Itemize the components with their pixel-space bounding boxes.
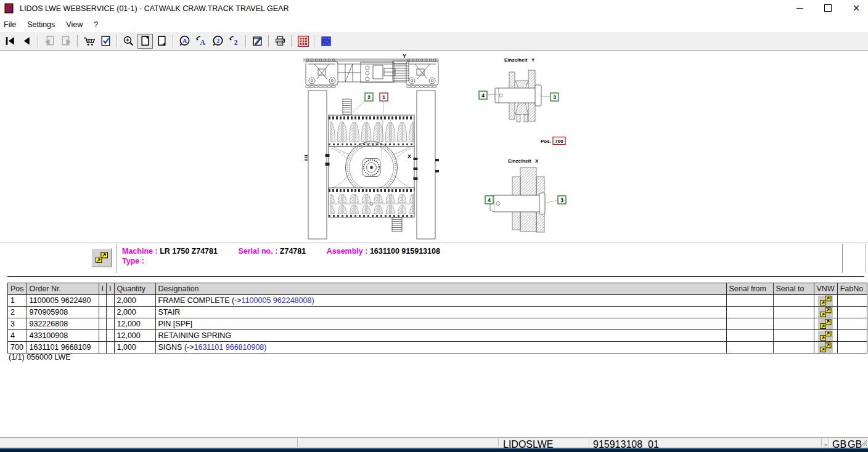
svg-text:4: 4 <box>488 197 491 203</box>
previous-button[interactable] <box>19 34 35 49</box>
callout-4[interactable]: 4 <box>479 91 487 99</box>
vnw-row-button[interactable] <box>818 319 833 329</box>
col-quantity[interactable]: Quantity <box>114 283 155 295</box>
zoom-icon <box>122 34 135 47</box>
doc-previous-button[interactable] <box>42 34 57 49</box>
vnw-icon <box>819 331 832 341</box>
toolbar-separator <box>77 35 78 47</box>
page-view-1-button[interactable] <box>137 34 153 49</box>
close-button[interactable]: × <box>847 0 866 16</box>
window-title: LIDOS LWE WEBSERVICE (01-1) - CATWALK CR… <box>20 4 289 13</box>
col-vnw[interactable]: VNW <box>814 283 837 295</box>
machine-info-panel: Machine : LR 1750 Z74781 Serial no. : Z7… <box>122 247 837 266</box>
col-serial-to[interactable]: Serial to <box>773 283 814 295</box>
cell-vnw <box>814 330 837 342</box>
table-row[interactable]: 2 970905908 2,000 STAIR <box>8 307 867 318</box>
cell-fabno <box>837 295 867 307</box>
menu-bar: File Settings View ? <box>0 17 868 32</box>
table-row[interactable]: 4 433100908 12,000 RETAINING SPRING <box>8 330 867 342</box>
callout-3[interactable]: 3 <box>551 93 559 101</box>
toolbar-separator <box>173 35 174 47</box>
cell-order-nr: 1100005 9622480 <box>27 295 99 307</box>
menu-help[interactable]: ? <box>88 18 104 31</box>
content-area: Y <box>0 51 868 437</box>
col-fabno[interactable]: FabNo <box>837 283 867 295</box>
pos-700-badge[interactable]: 700 <box>553 137 565 145</box>
col-designation[interactable]: Designation <box>155 283 726 295</box>
stair-part <box>343 99 351 116</box>
pos-label: Pos. <box>541 139 551 144</box>
statusbar-separator <box>498 438 499 447</box>
cell-vnw <box>814 318 837 330</box>
resize-grip[interactable] <box>861 440 867 446</box>
zoom-button[interactable] <box>121 34 136 49</box>
machine-info-line2: Type : <box>122 257 837 267</box>
order-check-button[interactable] <box>98 34 113 49</box>
plan-view <box>305 91 439 239</box>
selection-icon <box>319 34 333 48</box>
page-view-1-icon <box>139 34 152 47</box>
minimize-icon <box>796 8 803 9</box>
svg-text:A: A <box>200 39 205 46</box>
marker-y: Y <box>403 53 406 59</box>
col-serial-from[interactable]: Serial from <box>726 283 773 295</box>
vnw-row-button[interactable] <box>818 331 833 341</box>
cell-serial-to <box>773 307 814 318</box>
cell-quantity: 2,000 <box>114 307 155 318</box>
first-button[interactable] <box>2 34 18 49</box>
page-view-2-button[interactable] <box>154 34 170 49</box>
svg-text:2: 2 <box>216 38 219 44</box>
parts-grid-button[interactable] <box>295 34 311 49</box>
edit-note-icon <box>251 34 264 47</box>
type-label: Type : <box>122 257 144 265</box>
table-row[interactable]: 1 1100005 9622480 2,000 FRAME COMPLETE (… <box>8 295 867 307</box>
designation-link[interactable]: 1631101 966810908 <box>194 343 264 352</box>
find-number-2-button[interactable]: 2 <box>210 34 226 49</box>
menu-settings[interactable]: Settings <box>22 18 60 31</box>
vnw-row-button[interactable] <box>818 342 833 353</box>
return-letter-a-button[interactable]: A <box>194 34 209 49</box>
table-row[interactable]: 700 1631101 9668109 1,000 SIGNS (->16311… <box>8 342 867 353</box>
serial-label: Serial no. : <box>238 247 277 256</box>
status-bar <box>0 437 868 448</box>
assembly-label: Assembly : <box>327 247 368 256</box>
print-button[interactable] <box>272 34 288 49</box>
menu-file[interactable]: File <box>0 18 22 31</box>
detail-x-letter: X <box>535 158 539 164</box>
cell-designation: PIN [SPF] <box>155 318 726 330</box>
edit-note-button[interactable] <box>250 34 265 49</box>
designation-link[interactable]: 1100005 962248008 <box>242 296 312 305</box>
col-pos[interactable]: Pos <box>8 283 27 295</box>
minimize-button[interactable] <box>790 0 809 16</box>
cell-i1 <box>99 318 106 330</box>
machine-info-line1: Machine : LR 1750 Z74781 Serial no. : Z7… <box>122 247 837 257</box>
vnw-machine-button[interactable] <box>91 248 112 267</box>
col-i2[interactable]: I <box>107 283 114 295</box>
vnw-row-button[interactable] <box>818 307 833 318</box>
callout-4[interactable]: 4 <box>485 196 493 204</box>
selection-button[interactable] <box>318 34 334 49</box>
vnw-row-button[interactable] <box>818 296 833 306</box>
maximize-button[interactable] <box>819 0 837 16</box>
find-letter-a-button[interactable]: A <box>177 34 192 49</box>
svg-text:A: A <box>182 38 187 44</box>
cell-quantity: 1,000 <box>114 342 155 353</box>
callout-3[interactable]: 3 <box>558 196 566 204</box>
menu-view[interactable]: View <box>60 18 88 31</box>
machine-value: LR 1750 Z74781 <box>160 247 218 256</box>
doc-next-button[interactable] <box>59 34 74 49</box>
col-order-nr[interactable]: Order Nr. <box>27 283 99 295</box>
window-bottom-edge <box>0 448 868 452</box>
cell-pos: 1 <box>8 295 27 307</box>
cart-button[interactable] <box>81 34 97 49</box>
table-row[interactable]: 3 932226808 12,000 PIN [SPF] <box>8 318 867 330</box>
vnw-icon <box>819 307 832 318</box>
cell-serial-to <box>773 342 814 353</box>
return-number-2-button[interactable]: 2 <box>227 34 242 49</box>
callout-2[interactable]: 2 <box>365 93 373 101</box>
section-divider <box>7 276 864 277</box>
cell-fabno <box>837 307 867 318</box>
app-logo-icon[interactable]: 5 <box>4 3 15 14</box>
callout-1[interactable]: 1 <box>380 93 388 101</box>
col-i1[interactable]: I <box>99 283 106 295</box>
